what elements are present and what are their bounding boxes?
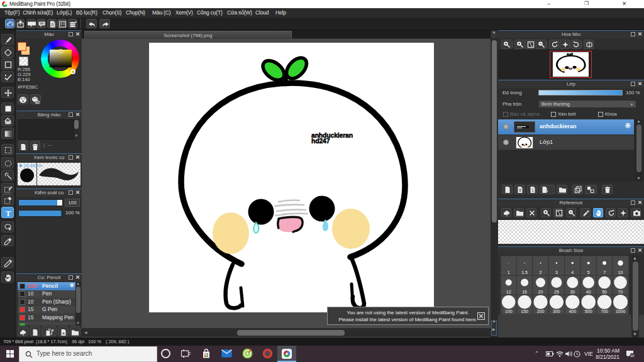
svg-text:100: 100: [505, 309, 513, 314]
svg-text:10: 10: [630, 354, 635, 358]
svg-text:700: 700: [601, 309, 608, 314]
svg-text:1: 1: [531, 188, 534, 192]
svg-text:300: 300: [553, 309, 560, 314]
svg-text:20: 20: [538, 290, 543, 294]
svg-text:150: 150: [521, 309, 528, 314]
svg-text:12: 12: [506, 290, 511, 294]
svg-text:50: 50: [602, 290, 607, 294]
svg-text:CB: CB: [36, 101, 40, 104]
svg-text:1: 1: [508, 270, 510, 275]
svg-text:200: 200: [537, 309, 545, 314]
svg-text:400: 400: [569, 309, 576, 314]
svg-text:8: 8: [519, 188, 521, 192]
svg-text:hd247: hd247: [311, 137, 330, 145]
svg-text:1000: 1000: [616, 309, 626, 314]
svg-text:T: T: [6, 209, 11, 217]
svg-text:40: 40: [586, 290, 591, 294]
svg-text:7: 7: [603, 270, 606, 275]
svg-text:1.5: 1.5: [521, 270, 528, 275]
svg-text:3: 3: [555, 270, 558, 275]
svg-text:15: 15: [522, 290, 527, 294]
svg-text:4: 4: [571, 270, 574, 275]
svg-text:5: 5: [587, 270, 590, 275]
svg-text:30: 30: [570, 290, 575, 294]
svg-text:10: 10: [618, 270, 623, 275]
svg-text:25: 25: [554, 290, 559, 294]
svg-text:500: 500: [585, 309, 592, 314]
svg-text:2: 2: [540, 270, 542, 275]
svg-text:70: 70: [618, 290, 623, 294]
